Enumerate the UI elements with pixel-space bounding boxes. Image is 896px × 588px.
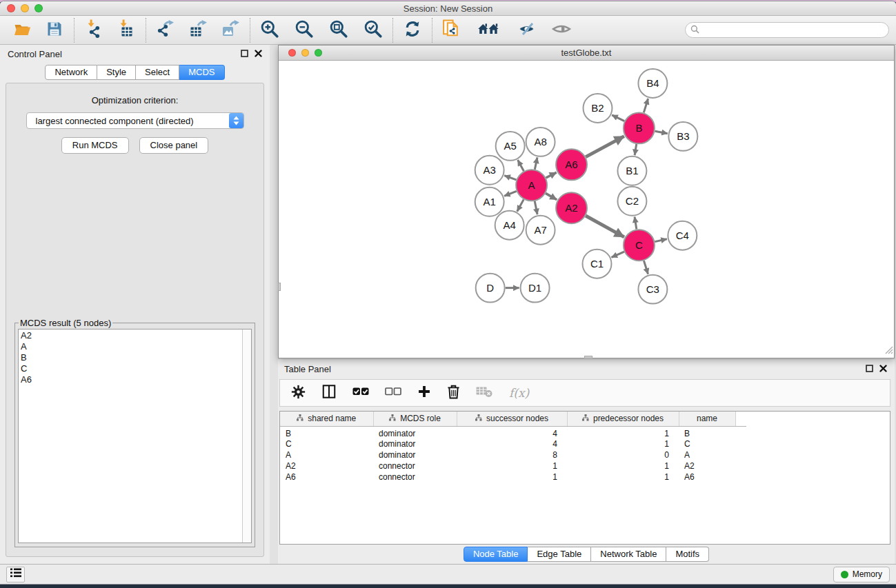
node-A[interactable]: A bbox=[516, 170, 547, 201]
cell[interactable]: A bbox=[280, 449, 373, 460]
table-row[interactable]: A2connector11A2 bbox=[280, 460, 746, 472]
export-table-button[interactable] bbox=[188, 20, 208, 41]
edge-B-B3[interactable] bbox=[655, 131, 667, 133]
node-C4[interactable]: C4 bbox=[668, 221, 697, 250]
cell[interactable]: C bbox=[679, 438, 735, 449]
result-item-a[interactable]: A bbox=[21, 341, 241, 352]
table-row[interactable]: Cdominator41C bbox=[280, 438, 746, 449]
edge-C-C1[interactable] bbox=[611, 252, 624, 257]
close-panel-icon[interactable] bbox=[255, 48, 262, 60]
minimize-window-button[interactable] bbox=[21, 4, 29, 12]
search-input[interactable] bbox=[703, 24, 888, 37]
import-table-button[interactable] bbox=[116, 20, 137, 41]
edge-B-B4[interactable] bbox=[644, 99, 648, 112]
node-A4[interactable]: A4 bbox=[495, 211, 524, 240]
splitter-handle-bottom[interactable] bbox=[584, 356, 593, 358]
zoom-fit-button[interactable] bbox=[328, 20, 349, 41]
edge-A-A1[interactable] bbox=[504, 191, 517, 196]
deselect-all-button[interactable] bbox=[385, 387, 401, 399]
table-row[interactable]: Bdominator41B bbox=[280, 426, 746, 438]
edge-A6-B[interactable] bbox=[586, 136, 624, 157]
new-network-from-selection-button[interactable] bbox=[441, 20, 462, 41]
result-list-scrollbar[interactable] bbox=[242, 330, 251, 543]
node-C1[interactable]: C1 bbox=[583, 250, 612, 278]
column-header-predecessor-nodes[interactable]: predecessor nodes bbox=[567, 412, 679, 426]
node-A8[interactable]: A8 bbox=[526, 128, 555, 156]
cell[interactable]: 4 bbox=[457, 438, 567, 449]
table-tab-network-table[interactable]: Network Table bbox=[591, 547, 666, 562]
zoom-in-button[interactable] bbox=[259, 20, 280, 41]
cell[interactable]: 1 bbox=[457, 460, 567, 472]
cell[interactable]: B bbox=[280, 426, 373, 438]
network-window-titlebar[interactable]: testGlobe.txt bbox=[279, 45, 894, 61]
edge-B-B2[interactable] bbox=[612, 115, 624, 121]
table-settings-button[interactable] bbox=[291, 385, 306, 402]
edge-A-A2[interactable] bbox=[546, 193, 557, 199]
delete-table-button[interactable] bbox=[476, 385, 493, 401]
edge-C-C2[interactable] bbox=[635, 216, 637, 229]
tab-select[interactable]: Select bbox=[136, 65, 179, 80]
edge-A-A6[interactable] bbox=[546, 172, 556, 178]
apply-layout-button[interactable] bbox=[402, 20, 423, 41]
network-canvas[interactable]: B4B2BB3A5A8A6A3B1AA1C2A2A4A7C4CC1DD1C3 bbox=[279, 61, 894, 358]
cell[interactable]: C bbox=[280, 438, 373, 449]
tab-mcds[interactable]: MCDS bbox=[179, 65, 224, 80]
table-row[interactable]: Adominator80A bbox=[280, 449, 746, 460]
cell[interactable]: 1 bbox=[567, 472, 679, 483]
cell[interactable]: 1 bbox=[567, 426, 679, 438]
close-window-button[interactable] bbox=[7, 4, 15, 12]
birds-eye-view-button[interactable] bbox=[551, 20, 572, 41]
column-header-shared-name[interactable]: shared name bbox=[280, 412, 373, 426]
create-column-button[interactable] bbox=[417, 385, 431, 401]
open-session-button[interactable] bbox=[12, 20, 32, 41]
export-image-button[interactable] bbox=[220, 20, 241, 41]
cell[interactable]: A bbox=[679, 449, 735, 460]
zoom-out-button[interactable] bbox=[294, 20, 315, 41]
node-A6[interactable]: A6 bbox=[556, 149, 587, 180]
node-A7[interactable]: A7 bbox=[526, 216, 555, 245]
column-header-MCDS-role[interactable]: MCDS role bbox=[373, 412, 457, 426]
column-header-successor-nodes[interactable]: successor nodes bbox=[457, 412, 567, 426]
cell[interactable]: 1 bbox=[567, 460, 679, 472]
home-view-button[interactable] bbox=[477, 20, 501, 41]
task-history-button[interactable] bbox=[6, 567, 25, 582]
node-B4[interactable]: B4 bbox=[638, 69, 667, 98]
edge-C-C3[interactable] bbox=[644, 261, 648, 274]
splitter-handle-left[interactable] bbox=[278, 283, 281, 291]
node-C3[interactable]: C3 bbox=[638, 275, 667, 304]
cell[interactable]: dominator bbox=[373, 426, 457, 438]
node-B3[interactable]: B3 bbox=[668, 122, 697, 151]
mcds-result-list[interactable]: A2ABCA6 bbox=[18, 329, 252, 543]
criterion-dropdown[interactable]: largest connected component (directed) bbox=[26, 112, 244, 129]
table-tab-motifs[interactable]: Motifs bbox=[666, 547, 709, 562]
edge-A2-C[interactable] bbox=[586, 216, 624, 237]
table-tab-edge-table[interactable]: Edge Table bbox=[528, 547, 591, 562]
delete-column-button[interactable] bbox=[447, 385, 460, 402]
node-D[interactable]: D bbox=[476, 274, 505, 303]
cell[interactable]: A6 bbox=[280, 472, 373, 483]
edge-A-A5[interactable] bbox=[518, 160, 524, 171]
cell[interactable]: A2 bbox=[280, 460, 373, 472]
cell[interactable]: dominator bbox=[373, 449, 457, 460]
graphics-details-button[interactable] bbox=[516, 20, 537, 41]
close-table-panel-icon[interactable] bbox=[879, 363, 887, 375]
function-builder-button[interactable]: f(x) bbox=[509, 386, 529, 400]
close-panel-button[interactable]: Close panel bbox=[139, 137, 209, 154]
column-header-name[interactable]: name bbox=[679, 412, 735, 426]
result-item-a2[interactable]: A2 bbox=[21, 330, 241, 341]
minimize-network-window-button[interactable] bbox=[301, 49, 309, 57]
close-network-window-button[interactable] bbox=[288, 49, 296, 57]
cell[interactable]: connector bbox=[373, 472, 457, 483]
result-item-b[interactable]: B bbox=[21, 352, 241, 363]
node-A5[interactable]: A5 bbox=[496, 132, 525, 161]
resize-grip-icon[interactable] bbox=[884, 345, 893, 357]
cell[interactable]: 1 bbox=[457, 472, 567, 483]
show-columns-button[interactable] bbox=[321, 384, 337, 402]
export-network-button[interactable] bbox=[155, 20, 176, 41]
table-row[interactable]: A6connector11A6 bbox=[280, 472, 746, 483]
float-panel-icon[interactable] bbox=[241, 48, 248, 60]
search-field[interactable] bbox=[685, 22, 889, 38]
cell[interactable]: 1 bbox=[567, 438, 679, 449]
result-item-c[interactable]: C bbox=[21, 363, 241, 374]
memory-button[interactable]: Memory bbox=[833, 567, 890, 582]
